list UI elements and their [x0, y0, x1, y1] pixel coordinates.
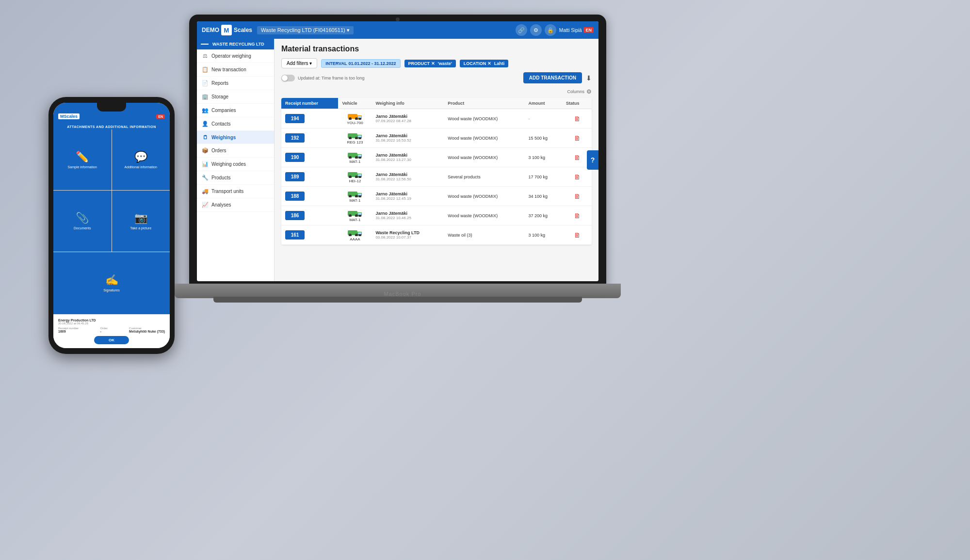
help-button[interactable]: ? [587, 150, 598, 170]
phone-cell-additional[interactable]: 💬 Additional information [112, 129, 170, 190]
weighing-codes-icon: 📊 [202, 161, 209, 167]
sidebar-item-storage[interactable]: 🏢 Storage [197, 90, 274, 104]
receipt-button-194[interactable]: 194 [285, 114, 305, 123]
sidebar-item-new-transaction[interactable]: 📋 New transaction [197, 63, 274, 77]
svg-rect-29 [358, 193, 361, 195]
logo-demo-text: DEMO [202, 27, 219, 33]
amount-cell-6: 3 100 kg [524, 225, 562, 245]
table-row[interactable]: 188 MAT-1 Jarno Jätemäki 31.08 [281, 187, 592, 206]
vehicle-plate-4: MAT-1 [342, 198, 368, 203]
weighing-person-5: Jarno Jätemäki [375, 211, 440, 216]
receipt-button-190[interactable]: 190 [285, 153, 305, 162]
phone-ok-button[interactable]: OK [94, 336, 129, 344]
table-row[interactable]: 194 YOU-700 Jarno Jätemäki 07. [281, 109, 592, 128]
filter-chip-product[interactable]: PRODUCT ✕ 'waste' [404, 60, 456, 67]
product-name-5: Wood waste (WOODMIX) [448, 213, 498, 218]
add-filters-button[interactable]: Add filters ▾ [281, 58, 317, 68]
product-filter-value: 'waste' [438, 61, 452, 66]
receipt-cell-2: 190 [281, 148, 338, 167]
chat-icon: 💬 [134, 151, 147, 163]
truck-icon-5 [348, 209, 362, 217]
sidebar-item-transport-units[interactable]: 🚚 Transport units [197, 185, 274, 198]
receipt-button-192[interactable]: 192 [285, 133, 305, 143]
phone-cell-sample[interactable]: ✏️ Sample information [53, 129, 112, 190]
status-cell-5: 🗎 [562, 206, 592, 225]
receipt-button-161[interactable]: 161 [285, 230, 305, 240]
app-topbar: DEMO M Scales Waste Recycling LTD (FI041… [197, 21, 598, 39]
weighings-icon: 🗒 [202, 134, 209, 140]
interval-value: 01.01.2022 - 31.12.2022 [348, 61, 396, 66]
amount-value-2: 3 100 kg [528, 155, 545, 160]
status-icon-4: 🗎 [566, 192, 588, 200]
settings-icon-button[interactable]: ⚙ [530, 24, 542, 36]
filter-chip-location[interactable]: LOCATION ✕ Lahti [460, 60, 508, 67]
product-name-6: Waste oil (3) [448, 233, 472, 238]
sidebar-label-weighings: Weighings [211, 135, 236, 140]
receipt-button-188[interactable]: 188 [285, 192, 305, 201]
sidebar-item-analyses[interactable]: 📈 Analyses [197, 198, 274, 212]
table-row[interactable]: 186 MAT-1 Jarno Jätemäki 31.08 [281, 206, 592, 225]
lang-badge: EN [583, 27, 594, 33]
sidebar-item-products[interactable]: 🔧 Products [197, 171, 274, 185]
updated-at-toggle[interactable] [281, 75, 295, 81]
phone-cell-additional-label: Additional information [125, 165, 157, 169]
phone-cell-photo[interactable]: 📷 Take a picture [112, 191, 170, 251]
table-row[interactable]: 192 REG 123 Jarno Jätemäki 31. [281, 128, 592, 148]
phone-cell-signatures[interactable]: ✍ Signatures [53, 252, 170, 314]
phone-bottom-info: Energy Production LTD 20.08.2022 at 09.4… [53, 314, 170, 348]
sidebar-item-reports[interactable]: 📄 Reports [197, 77, 274, 90]
vehicle-cell-4: MAT-1 [338, 187, 372, 206]
vehicle-cell-1: REG 123 [338, 128, 372, 148]
sidebar-label-weighing-codes: Weighing codes [211, 161, 246, 167]
vehicle-plate-2: MAT-1 [342, 160, 368, 164]
receipt-cell-0: 194 [281, 109, 338, 128]
sidebar-item-contacts[interactable]: 👤 Contacts [197, 117, 274, 131]
laptop-screen-outer: DEMO M Scales Waste Recycling LTD (FI041… [189, 15, 606, 286]
svg-rect-5 [358, 116, 361, 118]
add-transaction-button[interactable]: ADD TRANSACTION [523, 72, 582, 83]
link-icon-button[interactable]: 🔗 [516, 24, 527, 36]
phone-company-name: Energy Production LTD [58, 319, 165, 322]
columns-settings-icon[interactable]: ⚙ [586, 88, 592, 95]
sidebar-item-weighings[interactable]: 🗒 Weighings [197, 131, 274, 144]
sidebar-item-operator-weighing[interactable]: ⚖ Operator weighing [197, 49, 274, 63]
phone-cell-documents[interactable]: 📎 Documents [53, 191, 112, 251]
company-name[interactable]: Waste Recycling LTD (FI04160511) ▾ [257, 26, 354, 34]
svg-rect-17 [358, 155, 361, 157]
receipt-cell-5: 186 [281, 206, 338, 225]
filter-chip-interval[interactable]: INTERVAL 01.01.2022 - 31.12.2022 [321, 59, 400, 68]
paperclip-icon: 📎 [76, 212, 89, 224]
sidebar-item-orders[interactable]: 📦 Orders [197, 144, 274, 158]
table-row[interactable]: 161 AAAA Waste Recycling LTD 0 [281, 225, 592, 245]
laptop-base-bottom [213, 297, 582, 303]
status-cell-3: 🗎 [562, 167, 592, 187]
receipt-button-186[interactable]: 186 [285, 211, 305, 220]
phone-cell-documents-label: Documents [74, 226, 91, 230]
weighing-person-6: Waste Recycling LTD [375, 230, 440, 235]
vehicle-plate-1: REG 123 [342, 140, 368, 144]
analyses-icon: 📈 [202, 202, 209, 208]
product-cell-5: Wood waste (WOODMIX) [444, 206, 524, 225]
sidebar-item-weighing-codes[interactable]: 📊 Weighing codes [197, 158, 274, 171]
table-row[interactable]: 189 HEI-12 Jarno Jätemäki 31.0 [281, 167, 592, 187]
weighing-cell-5: Jarno Jätemäki 31.08.2022 10.46.25 [372, 206, 444, 225]
phone-order-value: - [100, 330, 108, 333]
table-header-status: Status [562, 98, 592, 109]
amount-cell-0: - [524, 109, 562, 128]
sidebar-item-companies[interactable]: 👥 Companies [197, 104, 274, 117]
download-icon[interactable]: ⬇ [586, 74, 592, 82]
sidebar-label-new-transaction: New transaction [211, 67, 246, 72]
phone-cell-photo-label: Take a picture [130, 226, 151, 230]
table-header-vehicle: Vehicle [338, 98, 372, 109]
table-row[interactable]: 190 MAT-1 Jarno Jätemäki 31.08 [281, 148, 592, 167]
svg-rect-41 [358, 232, 361, 234]
svg-rect-23 [358, 174, 361, 176]
vehicle-cell-5: MAT-1 [338, 206, 372, 225]
receipt-cell-1: 192 [281, 128, 338, 148]
receipt-button-189[interactable]: 189 [285, 172, 305, 181]
contacts-icon: 👤 [202, 121, 209, 127]
lock-icon-button[interactable]: 🔒 [545, 24, 556, 36]
receipt-cell-3: 189 [281, 167, 338, 187]
product-name-3: Several products [448, 175, 481, 179]
status-icon-5: 🗎 [566, 212, 588, 220]
